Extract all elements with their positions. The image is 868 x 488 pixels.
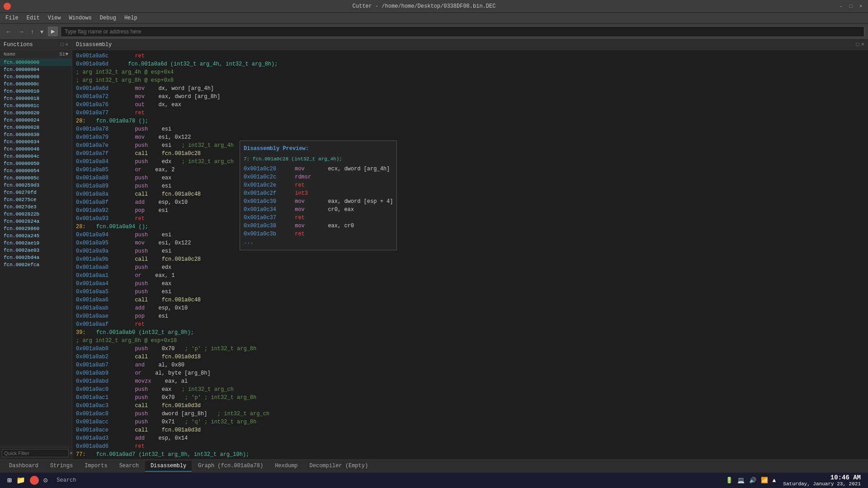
up-arrow-icon: ▲: [773, 477, 776, 484]
asm-line: 0x001a0ac1 push 0x70 ; 'p' ; int32_t arg…: [76, 394, 864, 402]
asm-line: ; arg int32_t arg_8h @ esp+0x18: [76, 337, 864, 345]
minimize-btn[interactable]: –: [837, 3, 844, 10]
asm-operands: esi: [162, 288, 172, 296]
function-list-item[interactable]: fcn.0002a245: [0, 232, 72, 239]
menu-edit[interactable]: Edit: [23, 14, 43, 22]
function-list-item[interactable]: fcn.0000004c: [0, 153, 72, 160]
function-list-item[interactable]: fcn.00000030: [0, 131, 72, 138]
function-list-item[interactable]: fcn.00000048: [0, 145, 72, 153]
taskbar-folder-icon[interactable]: 📁: [16, 476, 25, 485]
asm-line: 0x001a0a72 mov eax, dword [arg_8h]: [76, 93, 864, 101]
menu-file[interactable]: File: [2, 14, 22, 22]
function-list-item[interactable]: fcn.00000020: [0, 109, 72, 117]
bottom-tab-hexdump[interactable]: Hexdump: [269, 461, 303, 472]
asm-operands: fcn.001a0c48: [162, 296, 201, 304]
asm-addr: 0x001a0acc: [76, 418, 121, 426]
function-list-item[interactable]: fcn.00000028: [0, 124, 72, 131]
functions-float-btn[interactable]: □: [61, 42, 64, 47]
function-list-item[interactable]: fcn.00000004: [0, 66, 72, 73]
function-name: fcn.00000050: [4, 161, 39, 166]
asm-operands: esp, 0x10: [158, 198, 188, 206]
asm-line: 0x001a0aa6 call fcn.001a0c48: [76, 296, 864, 304]
nav-back-btn[interactable]: ←: [4, 27, 14, 36]
menu-view[interactable]: View: [44, 14, 65, 22]
function-list-item[interactable]: fcn.00000010: [0, 88, 72, 95]
bottom-tab-imports[interactable]: Imports: [79, 461, 113, 472]
bottom-tab-decompiler--empty-[interactable]: Decompiler (Empty): [304, 461, 374, 472]
functions-panel: Functions □ × Name Si▼ fcn.00000000fcn.0…: [0, 40, 72, 459]
function-list-item[interactable]: fcn.0002822b: [0, 211, 72, 218]
window-controls[interactable]: – □ ×: [837, 3, 864, 10]
nav-forward-btn[interactable]: →: [16, 27, 26, 36]
preview-asm-line: 0x001a0c37 ret: [244, 214, 393, 222]
asm-operands: esi: [158, 206, 168, 215]
function-list-item[interactable]: fcn.0027de3: [0, 203, 72, 211]
functions-close-btn[interactable]: ×: [65, 42, 68, 47]
bottom-tab-strings[interactable]: Strings: [45, 461, 78, 472]
disassembly-close-btn[interactable]: ×: [861, 42, 864, 48]
asm-line: 28: fcn.001a0a94 ();: [76, 223, 864, 231]
function-list-item[interactable]: fcn.00000050: [0, 160, 72, 167]
function-list-item[interactable]: fcn.0002bd4a: [0, 254, 72, 261]
asm-addr: 0x001a0a76: [76, 101, 121, 109]
function-list-item[interactable]: fcn.00000054: [0, 167, 72, 174]
asm-line: 0x001a0a6d mov dx, word [arg_4h]: [76, 84, 864, 93]
function-list-item[interactable]: fcn.0000001c: [0, 102, 72, 109]
nav-up-btn[interactable]: ↑: [29, 27, 36, 36]
bottom-tab-disassembly[interactable]: Disassembly: [145, 461, 192, 472]
function-list-item[interactable]: fcn.0000000c: [0, 80, 72, 88]
function-list-item[interactable]: fcn.00000034: [0, 138, 72, 145]
function-name: fcn.0002efca: [4, 262, 39, 267]
asm-operands: esp, 0x14: [158, 434, 188, 442]
function-list-item[interactable]: fcn.00000000: [0, 59, 72, 66]
run-btn[interactable]: ▶: [48, 27, 58, 36]
nav-dropdown-btn[interactable]: ▾: [38, 27, 45, 36]
menu-help[interactable]: Help: [121, 14, 141, 22]
function-list-item[interactable]: fcn.00000024: [0, 117, 72, 124]
bottom-tab-graph--fcn-001a0a78-[interactable]: Graph (fcn.001a0a78): [193, 461, 269, 472]
function-list-item[interactable]: fcn.0002824a: [0, 218, 72, 225]
asm-operands: fcn.001a0d3d: [162, 402, 201, 410]
function-list-item[interactable]: fcn.000259d3: [0, 182, 72, 189]
taskbar-cutter-icon[interactable]: [30, 476, 39, 485]
function-list-item[interactable]: fcn.00000008: [0, 73, 72, 80]
quick-filter: ×: [0, 447, 72, 459]
col-size-header[interactable]: Si▼: [55, 52, 68, 57]
asm-addr: 0x001a0ab0: [76, 345, 121, 353]
col-name-header[interactable]: Name: [4, 52, 55, 57]
asm-operands: dx, eax: [158, 101, 181, 109]
asm-line: 0x001a0a92 pop esi: [76, 206, 864, 215]
function-list-item[interactable]: fcn.00000018: [0, 95, 72, 102]
function-list-item[interactable]: fcn.0002efca: [0, 261, 72, 268]
asm-operands: 0x70: [162, 394, 175, 402]
menu-windows[interactable]: Windows: [65, 14, 95, 22]
asm-line: 39: fcn.001a0ab0 (int32_t arg_8h);: [76, 328, 864, 337]
menu-debug[interactable]: Debug: [96, 14, 120, 22]
disassembly-float-btn[interactable]: □: [856, 42, 859, 48]
function-list-item[interactable]: fcn.00270fd: [0, 189, 72, 196]
function-list-item[interactable]: fcn.0002ae19: [0, 239, 72, 247]
asm-mnemonic: ret: [135, 442, 145, 450]
taskbar-gear-icon[interactable]: ⚙: [43, 476, 48, 485]
datetime: 10:46 AM Saturday, January 23, 2021: [783, 474, 861, 487]
function-list-item[interactable]: fcn.00029860: [0, 225, 72, 232]
maximize-btn[interactable]: □: [847, 3, 854, 10]
asm-operands: eax, 2: [155, 166, 175, 174]
asm-operands: esp, 0x10: [158, 304, 188, 312]
bottom-tab-dashboard[interactable]: Dashboard: [4, 461, 44, 472]
function-list-item[interactable]: fcn.0000005c: [0, 174, 72, 182]
preview-asm-line: 0x001a0c28 mov ecx, dword [arg_4h]: [244, 165, 393, 173]
asm-mnemonic: mov: [135, 239, 145, 247]
taskbar-grid-icon[interactable]: ⊞: [7, 476, 12, 485]
quick-filter-input[interactable]: [2, 449, 69, 457]
function-list-item[interactable]: fcn.00275ce: [0, 196, 72, 203]
close-btn[interactable]: ×: [857, 3, 864, 10]
disassembly-content[interactable]: 0x001a0a6c ret 0x001a0a6d fcn.001a0a6d (…: [72, 50, 868, 459]
asm-mnemonic: ret: [135, 320, 145, 328]
asm-mnemonic: push: [135, 247, 148, 255]
function-list-item[interactable]: fcn.0002ae83: [0, 247, 72, 254]
asm-addr: 0x001a0ab2: [76, 353, 121, 361]
search-label: Search: [57, 477, 76, 483]
address-input[interactable]: [61, 26, 864, 37]
bottom-tab-search[interactable]: Search: [114, 461, 144, 472]
